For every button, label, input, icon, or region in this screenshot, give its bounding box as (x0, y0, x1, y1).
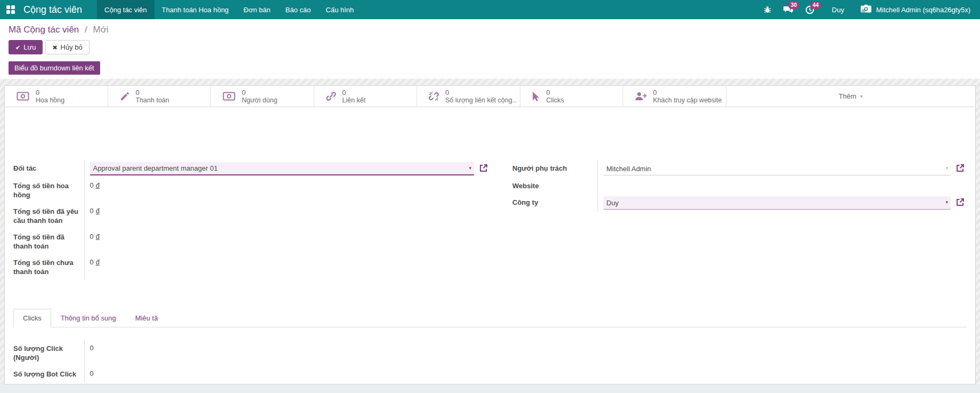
breadcrumb-parent-link[interactable]: Mã Cộng tác viên (9, 25, 79, 35)
user-name: Mitchell Admin (sq6ha26gty5x) (876, 6, 970, 14)
responsible-user-field[interactable]: Mitchell Admin ▾ (603, 162, 951, 175)
messages-button[interactable]: 30 (778, 0, 799, 19)
nav-menu: Cộng tác viên Thanh toán Hoa hồng Đơn bá… (97, 0, 361, 19)
chevron-down-icon[interactable]: ▾ (945, 165, 948, 171)
stat-value: 0 (242, 89, 277, 97)
apps-menu-button[interactable] (0, 0, 21, 19)
stat-label: Hoa hồng (36, 97, 64, 104)
field-label-chua-thanh-toan: Tổng số tiền chưa thanh toán (13, 254, 84, 280)
more-dropdown-button[interactable]: Thêm▾ (836, 92, 866, 101)
currency-symbol: đ (96, 258, 100, 266)
stat-label: Khách truy cập website (653, 97, 722, 104)
chevron-down-icon[interactable]: ▾ (469, 165, 471, 171)
bottom-strip (0, 384, 980, 393)
breadcrumb-separator: / (85, 25, 87, 35)
avatar-camera-icon (860, 4, 872, 15)
click-count-value: 0 (90, 342, 491, 352)
field-label-doi-tac: Đối tác (13, 160, 84, 178)
field-label-cong-ty: Công ty (512, 194, 598, 212)
save-button[interactable]: ✔Lưu (9, 40, 43, 54)
website-field[interactable] (603, 180, 967, 181)
currency-symbol: đ (96, 232, 100, 240)
field-label-da-yeu-cau: Tổng số tiền đã yêu cầu thanh toán (13, 203, 84, 229)
debug-bug-button[interactable] (757, 0, 778, 19)
tab-mieu-ta[interactable]: Miêu tả (126, 309, 168, 327)
money-bill-icon (17, 92, 29, 101)
company-field[interactable]: Duy ▾ (603, 196, 951, 210)
tab-content-clicks: Số lượng Click (Người) 0 Số lượng Bot Cl… (5, 327, 975, 382)
bug-icon (763, 5, 772, 14)
link-icon (326, 91, 336, 101)
check-icon: ✔ (15, 44, 20, 51)
stat-value: 0 (36, 89, 64, 97)
field-label-so-luong-bot-click: Số lượng Bot Click (13, 366, 84, 382)
stat-value: 0 (445, 89, 517, 97)
stat-label: Clicks (546, 97, 564, 104)
close-icon: ✖ (52, 44, 57, 51)
activities-badge: 44 (810, 2, 821, 9)
app-title[interactable]: Cộng tác viên (21, 0, 97, 19)
requested-amount-value: 0đ (90, 205, 491, 215)
mouse-pointer-icon (532, 92, 540, 101)
external-link-icon[interactable] (956, 198, 965, 206)
external-link-icon[interactable] (479, 164, 488, 172)
field-label-tong-hoa-hong: Tổng số tiền hoa hồng (13, 178, 84, 203)
nav-item-bao-cao[interactable]: Báo cáo (278, 0, 318, 19)
nav-item-cau-hinh[interactable]: Cấu hình (318, 0, 362, 19)
paid-amount-value: 0đ (90, 231, 491, 240)
form-area: Đối tác Approval parent department manag… (5, 107, 975, 280)
activities-button[interactable]: 44 (799, 0, 820, 19)
partner-field[interactable]: Approval parent department manager 01 ▾ (90, 162, 475, 175)
nav-item-thanh-toan-hoa-hong[interactable]: Thanh toán Hoa hồng (154, 0, 236, 19)
stat-value: 0 (653, 89, 722, 97)
burndown-chart-button[interactable]: Biểu đồ burndown liên kết (9, 61, 100, 75)
stat-button-lien-ket[interactable]: 0Liên kết (314, 86, 418, 107)
stat-label: Người dùng (242, 97, 277, 104)
field-label-so-luong-click-nguoi: Số lượng Click (Người) (13, 340, 84, 366)
field-label-da-thanh-toan: Tổng số tiền đã thanh toán (13, 229, 84, 254)
user-plus-icon (635, 92, 647, 101)
chevron-down-icon: ▾ (860, 93, 863, 99)
unlink-icon (429, 91, 439, 101)
stat-button-thanh-toan[interactable]: 0Thanh toán (108, 86, 211, 107)
stat-button-so-luong-lien-ket[interactable]: 0Số lượng liên kết cộng... (417, 86, 520, 107)
external-link-icon[interactable] (956, 164, 965, 172)
discard-button[interactable]: ✖Hủy bỏ (45, 40, 89, 54)
form-sheet: 0Hoa hồng 0Thanh toán 0Người dùng 0Liên … (4, 85, 976, 384)
messages-badge: 30 (788, 2, 799, 9)
tab-clicks[interactable]: Clicks (13, 309, 51, 327)
stat-value: 0 (342, 89, 366, 97)
chevron-down-icon[interactable]: ▾ (945, 199, 948, 205)
company-switcher[interactable]: Duy (820, 6, 856, 14)
stat-button-hoa-hong[interactable]: 0Hoa hồng (5, 86, 108, 107)
nav-item-don-ban[interactable]: Đơn bán (236, 0, 277, 19)
money-bill-icon (223, 92, 235, 101)
stat-button-row: 0Hoa hồng 0Thanh toán 0Người dùng 0Liên … (5, 86, 975, 107)
stat-label: Liên kết (342, 97, 366, 104)
stat-value: 0 (546, 89, 564, 97)
stat-button-nguoi-dung[interactable]: 0Người dùng (211, 86, 314, 107)
control-panel: Mã Cộng tác viên / Mới ✔Lưu ✖Hủy bỏ Biểu… (0, 19, 980, 79)
total-commission-value: 0đ (90, 180, 491, 189)
currency-symbol: đ (96, 181, 100, 189)
breadcrumb-current: Mới (93, 25, 109, 35)
top-navbar: Cộng tác viên Cộng tác viên Thanh toán H… (0, 0, 980, 19)
stat-button-khach-truy-cap[interactable]: 0Khách truy cập website (623, 86, 726, 107)
stat-value: 0 (136, 89, 169, 97)
field-label-website: Website (512, 178, 598, 194)
stat-label: Số lượng liên kết cộng... (445, 97, 517, 104)
field-label-nguoi-phu-trach: Người phụ trách (512, 160, 598, 178)
bot-click-count-value: 0 (90, 368, 491, 378)
stat-button-clicks[interactable]: 0Clicks (520, 86, 624, 107)
currency-symbol: đ (96, 207, 100, 215)
unpaid-amount-value: 0đ (90, 256, 491, 266)
apps-grid-icon (6, 5, 15, 14)
user-menu[interactable]: Mitchell Admin (sq6ha26gty5x) (856, 4, 975, 15)
notebook-tabs: Clicks Thông tin bổ sung Miêu tả (13, 308, 967, 327)
content-background: 0Hoa hồng 0Thanh toán 0Người dùng 0Liên … (0, 79, 980, 393)
pencil-icon (120, 92, 129, 101)
nav-item-cong-tac-vien[interactable]: Cộng tác viên (97, 0, 154, 19)
tab-thong-tin-bo-sung[interactable]: Thông tin bổ sung (51, 309, 126, 327)
stat-label: Thanh toán (136, 97, 169, 104)
breadcrumb: Mã Cộng tác viên / Mới (9, 25, 971, 35)
